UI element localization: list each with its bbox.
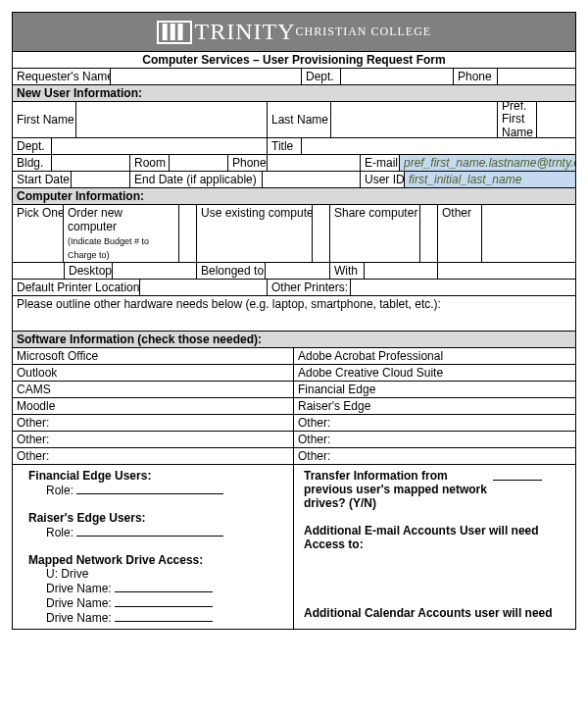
use-existing-check[interactable]	[313, 205, 330, 262]
sw-left-4[interactable]: Other:	[13, 415, 294, 431]
first-name-label: First Name	[13, 102, 76, 137]
phone-label: Phone	[228, 155, 268, 171]
last-name-label: Last Name	[268, 102, 331, 137]
drive-name-1[interactable]: Drive Name:	[28, 581, 283, 595]
u-drive: U: Drive	[28, 567, 283, 581]
sw-right-3[interactable]: Raiser's Edge	[294, 398, 575, 414]
belonged-field[interactable]	[266, 263, 330, 279]
sw-right-6[interactable]: Other:	[294, 448, 575, 464]
notes-right-col: Transfer Information from previous user'…	[294, 465, 575, 629]
room-label: Room	[130, 155, 170, 171]
bldg-row: Bldg. Room Phone E-mail pref_first_name.…	[13, 155, 575, 172]
desktop-row: Desktop Belonged to With	[13, 263, 575, 280]
pref-first-field[interactable]	[537, 102, 575, 137]
sw-right-2[interactable]: Financial Edge	[294, 382, 575, 397]
notes-left-col: Financial Edge Users: Role: Raiser's Edg…	[13, 465, 294, 629]
fe-role[interactable]: Role:	[28, 483, 283, 497]
hardware-needs-row: Please outline other hardware needs belo…	[13, 296, 575, 332]
sw-left-3[interactable]: Moodle	[13, 398, 294, 414]
sw-left-0[interactable]: Microsoft Office	[13, 348, 294, 364]
share-label: Share computer	[330, 205, 420, 262]
printer-row: Default Printer Location: Other Printers…	[13, 280, 575, 296]
order-new-sub: (Indicate Budget # to Charge to)	[68, 236, 149, 260]
add-cal-head: Additional Calendar Accounts user will n…	[304, 606, 560, 620]
user-id-hint[interactable]: first_initial_last_name	[405, 172, 575, 187]
with-label: With	[330, 263, 365, 279]
section-new-user: New User Information:	[13, 85, 575, 102]
requester-name-label: Requester's Name	[13, 69, 111, 84]
phone-field[interactable]	[268, 155, 361, 171]
sw-left-5[interactable]: Other:	[13, 432, 294, 447]
bldg-field[interactable]	[52, 155, 130, 171]
fe-users-head: Financial Edge Users:	[28, 469, 283, 483]
title-field[interactable]	[302, 138, 575, 154]
requester-phone-label: Phone	[454, 69, 498, 84]
hardware-needs[interactable]: Please outline other hardware needs belo…	[13, 296, 575, 331]
requester-row: Requester's Name Dept. Phone	[13, 69, 575, 85]
other-printers-label: Other Printers:	[268, 280, 351, 295]
last-name-field[interactable]	[331, 102, 498, 137]
sw-left-1[interactable]: Outlook	[13, 365, 294, 381]
email-label: E-mail	[361, 155, 400, 171]
email-hint[interactable]: pref_first_name.lastname@trnty.edu	[400, 155, 575, 171]
re-role[interactable]: Role:	[28, 525, 283, 539]
pref-first-label: Pref. First Name	[498, 102, 537, 137]
dept-label: Dept.	[13, 138, 52, 154]
requester-dept-label: Dept.	[302, 69, 341, 84]
pick-one-label: Pick One	[13, 205, 64, 262]
notes-section: Financial Edge Users: Role: Raiser's Edg…	[13, 465, 575, 629]
desktop-label: Desktop	[64, 263, 113, 279]
form-title: Computer Services – User Provisioning Re…	[13, 51, 575, 69]
section-software: Software Information (check those needed…	[13, 332, 575, 348]
provisioning-form: ▌▌▌ TRINITYCHRISTIAN COLLEGE Computer Se…	[12, 12, 576, 630]
brand-sub: CHRISTIAN COLLEGE	[296, 25, 432, 38]
mapped-head: Mapped Network Drive Access:	[28, 553, 283, 567]
share-check[interactable]	[420, 205, 438, 262]
default-printer-field[interactable]	[140, 280, 268, 295]
end-date-field[interactable]	[263, 172, 361, 187]
logo-icon: ▌▌▌	[157, 21, 192, 44]
pick-one-row: Pick One Order new computer (Indicate Bu…	[13, 205, 575, 263]
sw-right-5[interactable]: Other:	[294, 432, 575, 447]
other-printers-field[interactable]	[351, 280, 575, 295]
dept-title-row: Dept. Title	[13, 138, 575, 155]
order-new: Order new computer (Indicate Budget # to…	[64, 205, 179, 262]
desktop-field[interactable]	[113, 263, 197, 279]
order-new-label: Order new computer	[68, 206, 122, 233]
end-date-label: End Date (if applicable)	[130, 172, 263, 187]
order-new-check[interactable]	[179, 205, 197, 262]
logo-bar: ▌▌▌ TRINITYCHRISTIAN COLLEGE	[13, 13, 575, 51]
sw-right-1[interactable]: Adobe Creative Cloud Suite	[294, 365, 575, 381]
other-field[interactable]	[482, 205, 575, 262]
bldg-label: Bldg.	[13, 155, 52, 171]
transfer-field[interactable]	[493, 469, 542, 481]
re-users-head: Raiser's Edge Users:	[28, 511, 283, 525]
sw-right-0[interactable]: Adobe Acrobat Professional	[294, 348, 575, 364]
sw-left-6[interactable]: Other:	[13, 448, 294, 464]
name-row: First Name Last Name Pref. First Name	[13, 102, 575, 138]
with-field[interactable]	[365, 263, 438, 279]
requester-name-field[interactable]	[111, 69, 302, 84]
start-date-label: Start Date	[13, 172, 72, 187]
requester-dept-field[interactable]	[341, 69, 454, 84]
belonged-label: Belonged to	[197, 263, 266, 279]
start-date-field[interactable]	[72, 172, 130, 187]
add-email-head: Additional E-mail Accounts User will nee…	[304, 524, 560, 551]
dept-field[interactable]	[52, 138, 268, 154]
software-rows: Microsoft OfficeAdobe Acrobat Profession…	[13, 348, 575, 465]
brand-main: TRINITY	[195, 19, 296, 44]
sw-left-2[interactable]: CAMS	[13, 382, 294, 397]
drive-name-3[interactable]: Drive Name:	[28, 610, 283, 625]
drive-name-2[interactable]: Drive Name:	[28, 595, 283, 610]
title-label: Title	[268, 138, 302, 154]
first-name-field[interactable]	[76, 102, 268, 137]
requester-phone-field[interactable]	[498, 69, 575, 84]
room-field[interactable]	[170, 155, 228, 171]
default-printer-label: Default Printer Location:	[13, 280, 140, 295]
sw-right-4[interactable]: Other:	[294, 415, 575, 431]
use-existing-label: Use existing computer	[197, 205, 313, 262]
dates-row: Start Date End Date (if applicable) User…	[13, 172, 575, 188]
other-label: Other	[438, 205, 482, 262]
transfer-head: Transfer Information from previous user'…	[304, 469, 490, 510]
user-id-label: User ID	[361, 172, 405, 187]
